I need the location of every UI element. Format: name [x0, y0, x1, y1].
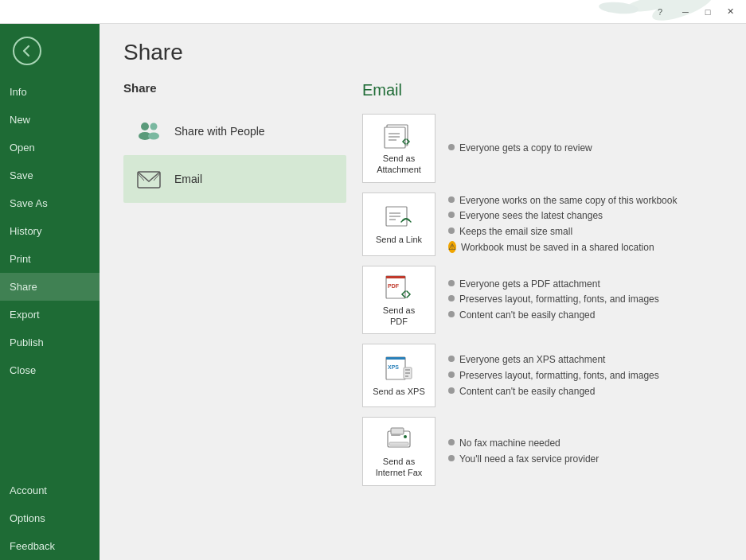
- xps-icon: XPS: [383, 354, 415, 383]
- sidebar-bottom: Account Options Feedback: [0, 476, 100, 560]
- sidebar-item-feedback[interactable]: Feedback: [0, 532, 100, 560]
- left-panel: Share Share with People: [123, 81, 362, 544]
- svg-rect-24: [386, 357, 394, 360]
- back-arrow-icon: [13, 37, 41, 65]
- share-with-people-icon: [135, 117, 163, 146]
- email-heading: Email: [362, 81, 722, 99]
- fax-desc-2: You'll need a fax service provider: [448, 453, 599, 466]
- maximize-button[interactable]: □: [698, 2, 717, 21]
- fax-desc-1: No fax machine needed: [448, 437, 599, 450]
- sidebar-item-close[interactable]: Close: [0, 356, 100, 384]
- svg-rect-33: [389, 442, 408, 445]
- sidebar-nav: Info New Open Save Save As History Print…: [0, 78, 100, 560]
- send-a-link-button[interactable]: Send a Link: [362, 192, 435, 256]
- bullet-icon: [448, 280, 455, 286]
- sidebar-item-new[interactable]: New: [0, 106, 100, 134]
- link-desc-4: ⚠ Workbook must be saved in a shared loc…: [448, 241, 677, 255]
- bullet-icon: [448, 455, 455, 461]
- bullet-icon: [448, 228, 455, 234]
- send-xps-desc: Everyone gets an XPS attachment Preserve…: [448, 353, 659, 398]
- sidebar-item-open[interactable]: Open: [0, 134, 100, 161]
- sidebar-spacer: [0, 384, 100, 476]
- send-as-pdf-label: Send asPDF: [383, 305, 415, 328]
- email-option-label: Email: [174, 173, 202, 185]
- svg-rect-28: [405, 369, 410, 371]
- close-window-button[interactable]: ✕: [721, 2, 740, 21]
- share-with-people-option[interactable]: Share with People: [123, 107, 346, 155]
- send-attachment-desc: Everyone gets a copy to review: [448, 142, 592, 155]
- bullet-icon: [448, 311, 455, 317]
- svg-rect-11: [385, 127, 405, 148]
- send-as-attachment-label: Send asAttachment: [377, 153, 421, 176]
- svg-rect-25: [394, 357, 405, 360]
- app-body: Info New Open Save Save As History Print…: [0, 24, 746, 560]
- email-option-icon: [135, 165, 163, 193]
- link-icon: [383, 202, 415, 231]
- back-button[interactable]: [6, 30, 48, 72]
- send-as-xps-button[interactable]: XPS Send as XPS: [362, 344, 435, 407]
- svg-point-6: [148, 133, 159, 140]
- share-with-people-label: Share with People: [174, 125, 265, 138]
- xps-desc-2: Preserves layout, formatting, fonts, and…: [448, 369, 659, 383]
- pdf-desc-3: Content can't be easily changed: [448, 309, 659, 322]
- xps-desc-1: Everyone gets an XPS attachment: [448, 353, 659, 367]
- bullet-icon: [448, 295, 455, 301]
- share-subheading: Share: [123, 81, 346, 95]
- xps-desc-3: Content can't be easily changed: [448, 385, 659, 399]
- sidebar-item-history[interactable]: History: [0, 217, 100, 245]
- svg-text:XPS: XPS: [388, 364, 399, 370]
- bullet-icon: [448, 196, 455, 203]
- bullet-icon: [448, 212, 455, 218]
- minimize-button[interactable]: ─: [676, 2, 695, 21]
- svg-point-3: [141, 122, 149, 130]
- sidebar-item-options[interactable]: Options: [0, 504, 100, 532]
- svg-point-34: [404, 435, 407, 438]
- send-attachment-row: Send asAttachment Everyone gets a copy t…: [362, 111, 722, 186]
- svg-rect-35: [391, 434, 400, 436]
- send-pdf-desc: Everyone gets a PDF attachment Preserves…: [448, 278, 659, 322]
- send-as-xps-label: Send as XPS: [373, 386, 424, 397]
- pdf-desc-2: Preserves layout, formatting, fonts, and…: [448, 293, 659, 306]
- svg-point-5: [150, 123, 158, 130]
- svg-rect-32: [391, 428, 404, 434]
- warning-icon: ⚠: [448, 241, 456, 253]
- link-desc-2: Everyone sees the latest changes: [448, 209, 677, 223]
- sidebar-item-save[interactable]: Save: [0, 161, 100, 189]
- link-desc-1: Everyone works on the same copy of this …: [448, 194, 677, 208]
- sidebar-item-account[interactable]: Account: [0, 476, 100, 504]
- window-controls: ─ □ ✕: [676, 2, 740, 21]
- bullet-icon: [448, 371, 455, 378]
- page-title: Share: [123, 40, 722, 65]
- bullet-icon: [448, 356, 455, 362]
- sidebar-item-save-as[interactable]: Save As: [0, 189, 100, 217]
- send-as-internet-fax-button[interactable]: Send asInternet Fax: [362, 417, 435, 486]
- sidebar-item-info[interactable]: Info: [0, 78, 100, 106]
- svg-rect-30: [405, 375, 408, 377]
- attachment-desc-1: Everyone gets a copy to review: [448, 142, 592, 155]
- bullet-icon: [448, 439, 455, 445]
- bullet-icon: [448, 144, 455, 150]
- send-a-link-label: Send a Link: [376, 234, 422, 245]
- sidebar-item-share[interactable]: Share: [0, 273, 100, 301]
- svg-rect-21: [394, 276, 405, 278]
- pdf-desc-1: Everyone gets a PDF attachment: [448, 278, 659, 291]
- send-pdf-row: PDF Send asPDF Everyone gets a PDF attac…: [362, 262, 722, 338]
- email-option[interactable]: Email: [123, 155, 346, 203]
- main-content: Share Share Sha: [100, 24, 746, 560]
- send-as-attachment-button[interactable]: Send asAttachment: [362, 114, 435, 183]
- help-button[interactable]: ?: [650, 2, 670, 21]
- send-as-pdf-button[interactable]: PDF Send asPDF: [362, 266, 435, 335]
- sidebar: Info New Open Save Save As History Print…: [0, 24, 100, 560]
- sidebar-item-publish[interactable]: Publish: [0, 329, 100, 356]
- link-desc-3: Keeps the email size small: [448, 225, 677, 239]
- send-fax-desc: No fax machine needed You'll need a fax …: [448, 437, 599, 466]
- send-link-desc: Everyone works on the same copy of this …: [448, 194, 677, 255]
- sidebar-item-print[interactable]: Print: [0, 245, 100, 273]
- svg-text:PDF: PDF: [388, 283, 400, 289]
- pdf-icon: PDF: [383, 273, 415, 301]
- page-header: Share: [100, 24, 746, 73]
- sidebar-item-export[interactable]: Export: [0, 301, 100, 329]
- send-xps-row: XPS Send as XPS: [362, 340, 722, 410]
- svg-rect-29: [405, 372, 410, 374]
- send-as-internet-fax-label: Send asInternet Fax: [376, 456, 423, 479]
